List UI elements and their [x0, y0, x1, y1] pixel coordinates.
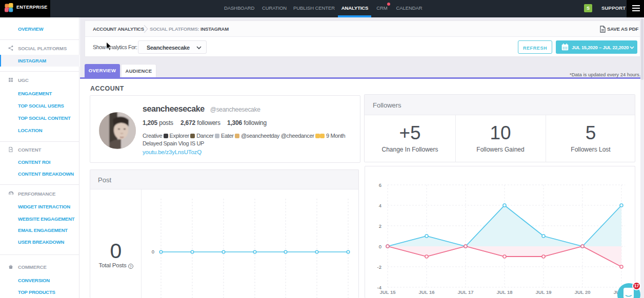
svg-text:JUL 16: JUL 16	[419, 289, 435, 295]
svg-text:0: 0	[152, 249, 154, 254]
svg-text:JUL 20: JUL 20	[575, 289, 591, 295]
svg-text:JUL 19: JUL 19	[536, 289, 552, 295]
svg-text:-2: -2	[377, 264, 381, 270]
svg-text:2: 2	[379, 223, 381, 229]
svg-text:4: 4	[379, 203, 381, 208]
svg-text:JUL 17: JUL 17	[458, 289, 474, 295]
svg-text:JUL 18: JUL 18	[497, 289, 513, 295]
svg-text:6: 6	[379, 182, 381, 188]
svg-text:0: 0	[379, 244, 381, 249]
svg-text:JUL 15: JUL 15	[380, 289, 396, 295]
